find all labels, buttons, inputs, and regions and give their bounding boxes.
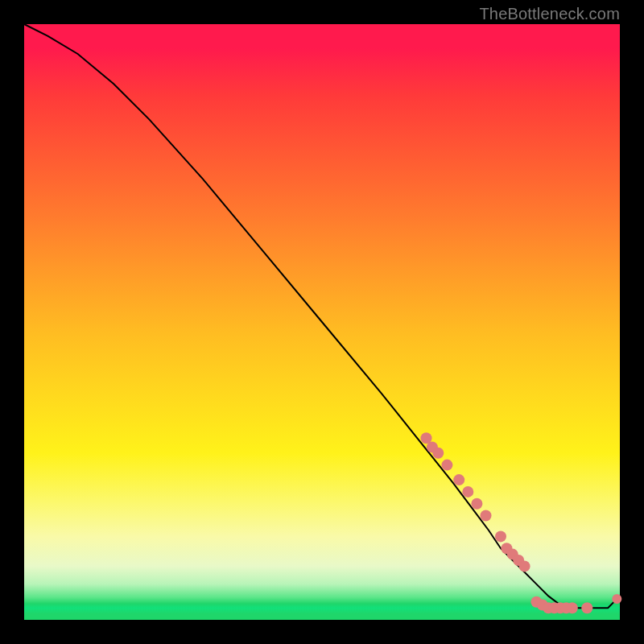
data-point <box>441 460 452 471</box>
data-point <box>462 486 473 497</box>
bottleneck-curve <box>24 24 620 608</box>
data-point <box>519 560 530 572</box>
plot-area <box>24 24 620 620</box>
data-point <box>471 498 482 510</box>
marker-group <box>421 432 622 613</box>
data-point <box>612 594 621 604</box>
data-point <box>432 448 444 459</box>
chart-container: TheBottleneck.com <box>0 0 644 644</box>
attribution-label: TheBottleneck.com <box>479 5 620 23</box>
data-point <box>481 510 492 522</box>
chart-svg <box>24 24 620 620</box>
data-point <box>495 530 506 542</box>
data-point <box>581 602 592 613</box>
data-point <box>453 474 464 485</box>
data-point <box>567 602 578 613</box>
